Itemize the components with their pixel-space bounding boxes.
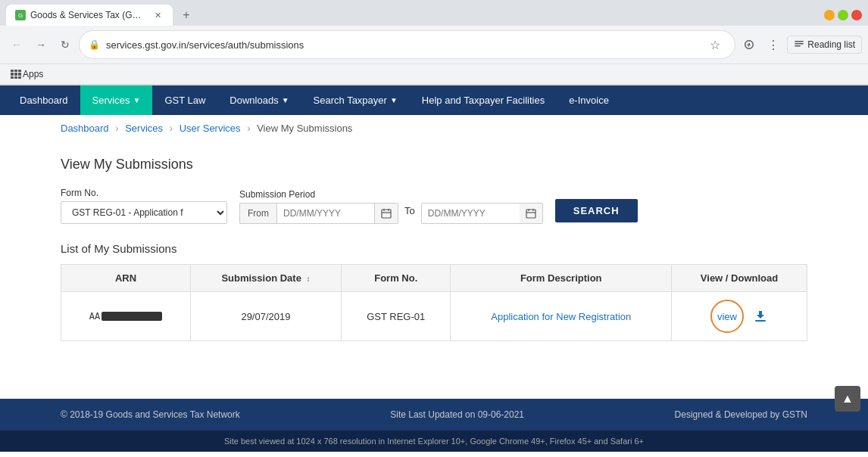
search-taxpayer-dropdown-arrow: ▼ [390, 96, 398, 104]
form-no-label: Form No. [61, 188, 227, 198]
main-content: View My Submissions Form No. GST REG-01 … [0, 141, 868, 399]
forward-button[interactable]: → [30, 34, 52, 55]
reading-list-label: Reading list [807, 39, 855, 50]
svg-rect-0 [795, 41, 804, 42]
active-tab[interactable]: G Goods & Services Tax (GST) | Use... ✕ [6, 5, 173, 26]
svg-rect-3 [382, 210, 391, 218]
nav-downloads-label: Downloads [229, 95, 278, 106]
address-bar[interactable]: 🔒 services.gst.gov.in/services/auth/subm… [79, 30, 735, 59]
arn-masked-value [101, 312, 162, 321]
svg-rect-11 [755, 320, 766, 322]
col-form-no: Form No. [341, 265, 451, 292]
reading-list-button[interactable]: Reading list [787, 36, 862, 54]
nav-item-help[interactable]: Help and Taxpayer Facilities [410, 85, 557, 115]
close-button[interactable] [851, 10, 862, 20]
nav-services-label: Services [92, 95, 130, 106]
bookmarks-bar: Apps [0, 64, 868, 85]
scroll-to-top-button[interactable]: ▲ [835, 386, 860, 412]
nav-help-label: Help and Taxpayer Facilities [422, 95, 545, 106]
nav-gstlaw-label: GST Law [164, 95, 205, 106]
submission-date-cell: 29/07/2019 [190, 292, 341, 341]
submission-period-group: Submission Period From [239, 189, 543, 224]
tab-close-button[interactable]: ✕ [151, 9, 164, 21]
form-no-select[interactable]: GST REG-01 - Application f [61, 201, 227, 224]
form-desc-cell: Application for New Registration [451, 292, 672, 341]
browser-controls: ← → ↻ 🔒 services.gst.gov.in/services/aut… [0, 26, 868, 64]
date-range-row: From To [239, 203, 543, 224]
reload-button[interactable]: ↻ [55, 34, 76, 55]
back-button[interactable]: ← [6, 34, 27, 55]
table-title: List of My Submissions [61, 242, 807, 255]
footer-bottom: Site best viewed at 1024 x 768 resolutio… [0, 431, 868, 452]
breadcrumb-dashboard[interactable]: Dashboard [61, 123, 109, 134]
footer-copyright: © 2018-19 Goods and Services Tax Network [61, 409, 240, 420]
download-button[interactable] [753, 309, 768, 324]
submission-period-label: Submission Period [239, 189, 543, 200]
col-arn: ARN [61, 265, 191, 292]
nav-item-search-taxpayer[interactable]: Search Taxpayer ▼ [301, 85, 410, 115]
nav-item-dashboard[interactable]: Dashboard [8, 85, 80, 115]
to-separator-label: To [404, 205, 415, 222]
breadcrumb-user-services[interactable]: User Services [180, 123, 241, 134]
gst-header: Dashboard Services ▼ GST Law Downloads ▼… [0, 85, 868, 115]
browser-menu-button[interactable]: ⋮ [763, 34, 784, 55]
arn-value: AA [72, 311, 180, 322]
col-submission-date: Submission Date ↕ [190, 265, 341, 292]
breadcrumb-sep-1: › [115, 123, 118, 134]
footer-main: © 2018-19 Goods and Services Tax Network… [0, 399, 868, 431]
tab-bar: G Goods & Services Tax (GST) | Use... ✕ … [0, 0, 868, 26]
view-button[interactable]: view [710, 300, 744, 333]
to-date-group [421, 203, 543, 224]
apps-label: Apps [23, 69, 43, 79]
lock-icon: 🔒 [89, 39, 100, 50]
footer-designed-by: Designed & Developed by GSTN [675, 409, 807, 420]
tab-title: Goods & Services Tax (GST) | Use... [30, 10, 147, 20]
bookmark-star-icon[interactable]: ☆ [704, 34, 726, 55]
page-title: View My Submissions [61, 157, 807, 173]
from-date-calendar-button[interactable] [375, 203, 398, 224]
table-section: List of My Submissions ARN Submission Da… [61, 242, 807, 341]
svg-rect-1 [795, 43, 804, 45]
table-body: AA 29/07/2019 GST REG-01 Application for… [61, 292, 807, 341]
footer-last-updated: Site Last Updated on 09-06-2021 [390, 409, 524, 420]
svg-rect-7 [526, 210, 535, 218]
form-description-link[interactable]: Application for New Registration [491, 311, 631, 322]
view-download-actions: view [682, 300, 796, 333]
arn-cell: AA [61, 292, 191, 341]
table-header: ARN Submission Date ↕ Form No. Form Desc… [61, 265, 807, 292]
search-button[interactable]: SEARCH [555, 199, 638, 222]
nav-search-taxpayer-label: Search Taxpayer [314, 95, 387, 106]
col-view-download: View / Download [672, 265, 807, 292]
submission-date-label: Submission Date [221, 272, 301, 284]
calendar-icon-to [526, 208, 536, 219]
new-tab-button[interactable]: + [176, 5, 197, 26]
nav-einvoice-label: e-Invoice [569, 95, 609, 106]
breadcrumb-current: View My Submissions [257, 123, 352, 134]
tab-favicon: G [15, 10, 26, 20]
breadcrumb-sep-3: › [247, 123, 250, 134]
apps-button[interactable]: Apps [6, 67, 48, 81]
nav-item-downloads[interactable]: Downloads ▼ [217, 85, 301, 115]
nav-item-gst-law[interactable]: GST Law [152, 85, 217, 115]
breadcrumb-sep-2: › [170, 123, 173, 134]
to-date-input[interactable] [421, 203, 520, 224]
extensions-button[interactable] [738, 34, 760, 55]
browser-chrome: G Goods & Services Tax (GST) | Use... ✕ … [0, 0, 868, 85]
to-date-calendar-button[interactable] [520, 203, 543, 224]
footer-browser-notice: Site best viewed at 1024 x 768 resolutio… [224, 437, 644, 446]
calendar-icon-from [381, 208, 392, 219]
breadcrumb-services[interactable]: Services [125, 123, 163, 134]
from-date-group: From [239, 203, 398, 224]
form-no-cell: GST REG-01 [341, 292, 451, 341]
from-label: From [239, 203, 276, 224]
minimize-button[interactable] [824, 10, 835, 20]
nav-item-einvoice[interactable]: e-Invoice [557, 85, 621, 115]
from-date-input[interactable] [276, 203, 375, 224]
services-dropdown-arrow: ▼ [133, 96, 140, 104]
nav-item-services[interactable]: Services ▼ [80, 85, 153, 115]
arn-prefix: AA [89, 311, 100, 322]
sort-icon: ↕ [306, 275, 310, 283]
col-form-desc: Form Description [451, 265, 672, 292]
maximize-button[interactable] [838, 10, 848, 20]
form-row: Form No. GST REG-01 - Application f Subm… [61, 188, 807, 224]
